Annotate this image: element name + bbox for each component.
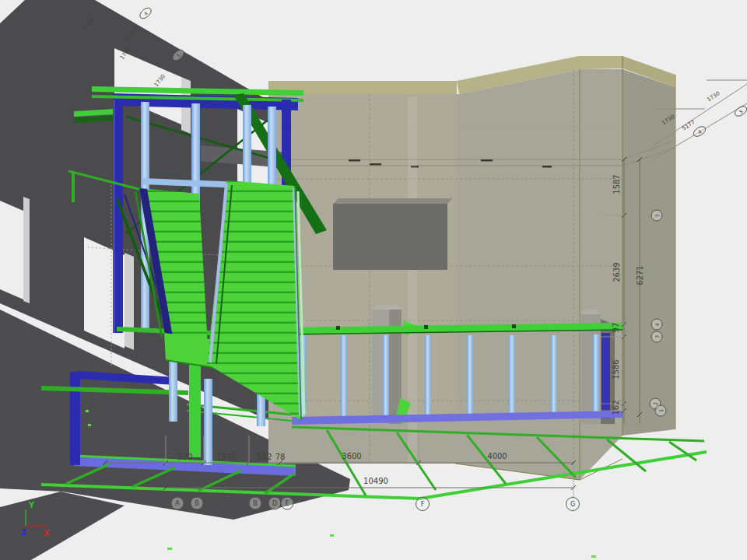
railing-post[interactable] [467, 335, 473, 419]
svg-text:2: 2 [653, 402, 659, 405]
grid-bubble-A[interactable]: A [171, 497, 184, 509]
dim-text-total[interactable]: 6271 [636, 265, 644, 285]
svg-text:B: B [253, 500, 258, 507]
ceiling-fitting[interactable] [481, 159, 493, 162]
grid-bubble-3[interactable]: 3 [651, 331, 662, 342]
grid-bubble-5[interactable]: 5 [651, 210, 662, 221]
svg-text:1: 1 [658, 409, 665, 412]
dim-text[interactable]: 78 [275, 453, 286, 461]
dim-text[interactable]: 2639 [612, 262, 621, 282]
dim-text[interactable]: 3600 [342, 452, 361, 460]
svg-text:A: A [175, 500, 180, 507]
dim-text[interactable]: 4000 [487, 452, 507, 460]
model-mark [330, 534, 334, 537]
railing-end-post-navy[interactable] [601, 333, 610, 418]
dim-text[interactable]: 1586 [612, 359, 620, 379]
cad-viewport[interactable]: 520 1570 522 78 3600 4000 10490 1587 263… [0, 0, 747, 560]
dim-text[interactable]: 162 [612, 400, 620, 415]
ceiling-fitting[interactable] [349, 159, 360, 162]
grid-bubble-E[interactable]: E [281, 497, 293, 509]
svg-text:5: 5 [654, 214, 661, 217]
railing-post[interactable] [551, 335, 557, 418]
grid-bubble-B2[interactable]: B [249, 497, 261, 509]
svg-text:3: 3 [654, 335, 661, 338]
railing-post[interactable] [425, 335, 431, 419]
grid-bubble-1[interactable]: 1 [655, 405, 666, 416]
y-axis-label: Y [28, 501, 35, 509]
gridline-highlight [408, 97, 417, 463]
x-axis-label: X [44, 529, 50, 537]
model-mark [86, 410, 89, 412]
railing-post[interactable] [509, 335, 515, 418]
grid-bubble-B1[interactable]: B [191, 497, 203, 509]
svg-text:G: G [570, 501, 575, 508]
z-axis-label: Z [21, 528, 26, 537]
svg-text:E: E [285, 500, 289, 507]
grid-bubble-4[interactable]: 4 [651, 319, 662, 330]
concrete-column-top [372, 305, 402, 310]
handrail-post[interactable] [72, 173, 75, 202]
svg-text:B: B [195, 500, 199, 507]
svg-text:4: 4 [654, 323, 661, 326]
svg-text:F: F [421, 501, 425, 508]
dim-text[interactable]: 520 [177, 453, 192, 461]
railing-post[interactable] [593, 334, 599, 418]
railing-post[interactable] [341, 335, 347, 420]
dim-text-total[interactable]: 10490 [363, 477, 388, 485]
svg-text:D: D [272, 500, 277, 507]
railing-post[interactable] [383, 335, 389, 420]
model-mark [591, 555, 596, 558]
wall-mullion [124, 253, 134, 350]
grid-bubble-D[interactable]: D [268, 497, 281, 509]
rail-joint [424, 325, 428, 329]
ceiling-fitting[interactable] [542, 166, 552, 168]
dim-text[interactable]: 1587 [612, 174, 621, 194]
dim-text[interactable]: 1570 [216, 453, 236, 461]
wall-recess-box-top [333, 198, 453, 204]
grid-bubble-G[interactable]: G [566, 498, 580, 511]
grid-bubble-F[interactable]: F [416, 498, 430, 511]
wall-recess-box [333, 204, 447, 270]
ceiling-fitting[interactable] [370, 163, 381, 166]
frame-steel-post[interactable] [243, 105, 251, 183]
wall-mullion [23, 197, 30, 303]
model-mark [88, 424, 91, 426]
dim-text[interactable]: 97 [612, 323, 620, 333]
base-navy-column[interactable] [70, 372, 80, 465]
rail-joint [336, 326, 340, 330]
model-mark [167, 548, 172, 550]
dim-text[interactable]: 522 [257, 453, 272, 461]
base-steel-post[interactable] [204, 379, 212, 465]
base-steel-post[interactable] [169, 356, 177, 422]
rail-joint [512, 324, 516, 328]
